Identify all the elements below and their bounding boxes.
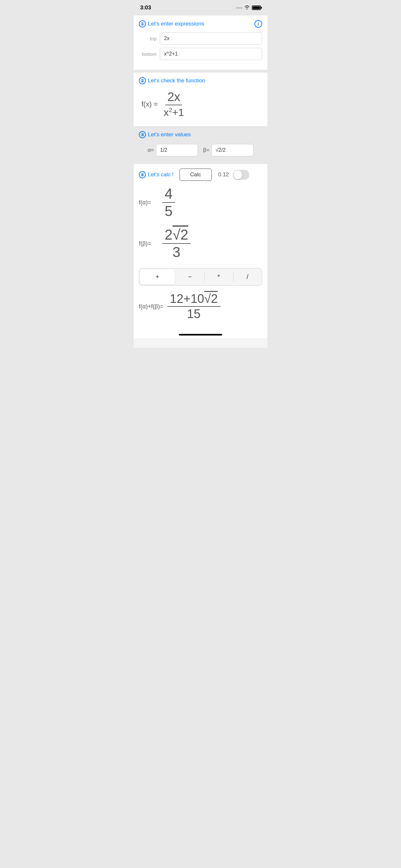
- fx-label: f(x) =: [142, 100, 158, 108]
- status-icons: [236, 5, 261, 10]
- section2-title-text: Let's check the function: [148, 78, 205, 84]
- top-input[interactable]: [160, 32, 262, 44]
- signal-dots-icon: [236, 7, 242, 9]
- fa-denominator: 5: [162, 203, 175, 219]
- toggle-thumb: [234, 170, 242, 179]
- op-divide-button[interactable]: /: [233, 269, 262, 284]
- section1-header: ① Let's enter expressions i: [139, 20, 262, 28]
- alpha-group: α=: [148, 144, 198, 156]
- fb-result-row: f(β)= 2√2 3: [139, 227, 262, 260]
- op-plus-button[interactable]: +: [140, 269, 175, 284]
- alpha-input[interactable]: [156, 144, 198, 156]
- status-time: 3:03: [140, 4, 151, 11]
- combined-fraction: 12+10√2 15: [167, 292, 220, 321]
- function-fraction: 2x x2+1: [162, 90, 186, 119]
- section-function: ② Let's check the function f(x) = 2x x2+…: [134, 73, 267, 126]
- precision-value: 0.12: [218, 172, 229, 178]
- fraction-denominator: x2+1: [162, 106, 186, 119]
- section3-title: ③ Let's enter values: [139, 131, 262, 138]
- section1-title: ① Let's enter expressions: [139, 20, 204, 27]
- calc-header-row: ④ Let's calc ! Calc 0.12: [139, 168, 262, 181]
- results-area: f(α)= 4 5 f(β)= 2√2 3 + − * / f(α)+f(β)=…: [134, 181, 267, 328]
- section1-title-text: Let's enter expressions: [148, 21, 204, 27]
- section4-number: ④: [139, 171, 146, 178]
- section2-header: ② Let's check the function: [139, 77, 262, 84]
- bottom-gap: [134, 338, 267, 348]
- top-label: top: [139, 36, 157, 41]
- operator-row: + − * /: [139, 268, 262, 286]
- info-icon[interactable]: i: [254, 20, 262, 28]
- beta-group: β=: [203, 144, 253, 156]
- battery-icon: [252, 5, 261, 10]
- section1-number: ①: [139, 20, 146, 27]
- home-indicator: [134, 328, 267, 338]
- fb-fraction: 2√2 3: [162, 227, 191, 260]
- bottom-label: bottom: [139, 51, 157, 57]
- combined-result-row: f(α)+f(β)= 12+10√2 15: [139, 292, 262, 321]
- home-bar: [179, 334, 222, 336]
- fa-fraction: 4 5: [162, 186, 175, 219]
- bottom-input[interactable]: [160, 48, 262, 60]
- op-multiply-button[interactable]: *: [204, 269, 233, 284]
- beta-label: β=: [203, 147, 210, 153]
- section2-title: ② Let's check the function: [139, 77, 205, 84]
- fb-denominator: 3: [170, 244, 183, 260]
- fraction-numerator: 2x: [165, 90, 182, 105]
- combined-label: f(α)+f(β)=: [139, 303, 163, 310]
- values-row: α= β=: [139, 144, 262, 156]
- status-bar: 3:03: [134, 0, 267, 13]
- beta-input[interactable]: [212, 144, 253, 156]
- op-minus-button[interactable]: −: [176, 269, 204, 284]
- separator-1: [134, 70, 267, 70]
- fa-label: f(α)=: [139, 199, 158, 206]
- fb-numerator: 2√2: [162, 227, 191, 244]
- combined-denominator: 15: [184, 307, 203, 321]
- function-display: f(x) = 2x x2+1: [139, 90, 262, 119]
- section4-title-text: Let's calc !: [148, 172, 174, 178]
- section2-number: ②: [139, 77, 146, 84]
- section-calc: ④ Let's calc ! Calc 0.12: [134, 164, 267, 181]
- section3-number: ③: [139, 131, 146, 138]
- toggle-switch[interactable]: [233, 170, 249, 180]
- section3-title-text: Let's enter values: [148, 131, 191, 138]
- alpha-label: α=: [148, 147, 154, 153]
- section4-title: ④ Let's calc !: [139, 171, 174, 178]
- fb-label: f(β)=: [139, 240, 158, 247]
- wifi-icon: [244, 5, 250, 10]
- bottom-input-row: bottom: [139, 48, 262, 60]
- section-expressions: ① Let's enter expressions i top bottom: [134, 16, 267, 70]
- fa-numerator: 4: [162, 186, 175, 203]
- section-values: ③ Let's enter values α= β=: [134, 127, 267, 164]
- fa-result-row: f(α)= 4 5: [139, 186, 262, 219]
- calc-button[interactable]: Calc: [180, 168, 212, 181]
- combined-numerator: 12+10√2: [167, 292, 220, 307]
- top-input-row: top: [139, 32, 262, 44]
